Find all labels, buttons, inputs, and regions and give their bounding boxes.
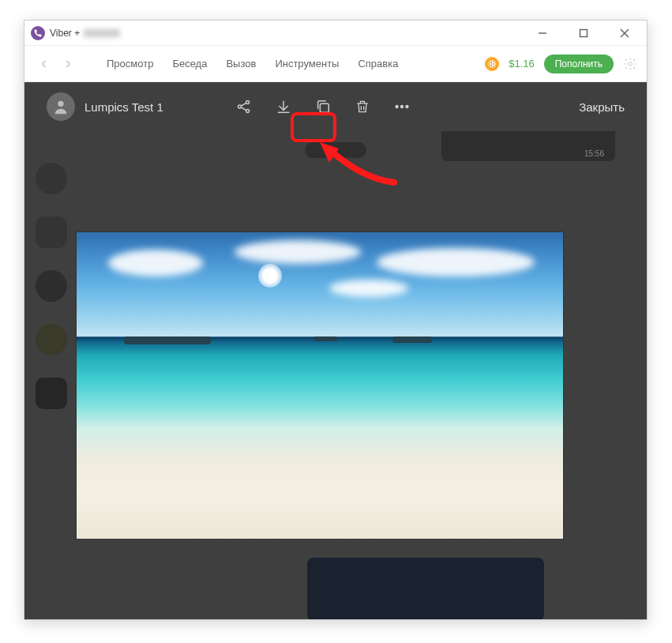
nav-back-button[interactable] xyxy=(34,54,54,74)
date-pill-dimmed xyxy=(305,142,366,158)
nav-forward-button[interactable] xyxy=(58,54,78,74)
contact-name: Lumpics Test 1 xyxy=(84,100,163,114)
more-icon[interactable] xyxy=(392,97,411,116)
credit-icon xyxy=(485,57,499,71)
trash-icon[interactable] xyxy=(353,97,372,116)
app-window: Viber + Просмотр Беседа Вызов Инструмент… xyxy=(24,20,648,620)
sidebar-item-dimmed xyxy=(36,216,67,248)
download-icon[interactable] xyxy=(274,97,293,116)
message-thumb-dimmed: 15:56 xyxy=(441,131,615,161)
close-window-button[interactable] xyxy=(609,24,640,43)
viber-icon xyxy=(31,26,45,40)
svg-point-17 xyxy=(400,106,403,108)
maximize-button[interactable] xyxy=(568,24,599,43)
svg-point-16 xyxy=(396,106,398,108)
avatar[interactable] xyxy=(47,92,75,121)
window-title: Viber + xyxy=(50,28,120,39)
sidebar-avatar-dimmed xyxy=(36,163,67,194)
menu-help[interactable]: Справка xyxy=(358,58,398,70)
sidebar-avatar-dimmed xyxy=(36,270,67,302)
svg-rect-13 xyxy=(320,103,328,112)
close-viewer-button[interactable]: Закрыть xyxy=(579,100,625,114)
svg-line-9 xyxy=(241,103,246,106)
annotation-highlight xyxy=(291,112,336,142)
message-time: 15:56 xyxy=(584,149,604,158)
svg-point-18 xyxy=(406,106,408,108)
svg-point-5 xyxy=(58,101,63,107)
minimize-button[interactable] xyxy=(527,24,558,43)
credit-amount: $1.16 xyxy=(509,58,535,70)
window-controls xyxy=(527,24,640,43)
svg-line-10 xyxy=(241,107,246,111)
opened-image[interactable] xyxy=(77,232,563,539)
svg-point-4 xyxy=(629,62,633,66)
svg-point-8 xyxy=(246,109,249,112)
menu-chat[interactable]: Беседа xyxy=(172,58,207,70)
titlebar: Viber + xyxy=(24,21,647,46)
topup-button[interactable]: Пополнить xyxy=(544,55,614,73)
menu-view[interactable]: Просмотр xyxy=(107,58,153,70)
menu-call[interactable]: Вызов xyxy=(226,58,256,70)
sidebar-item-dimmed xyxy=(36,378,67,409)
message-thumb-dimmed xyxy=(307,558,544,619)
settings-icon[interactable] xyxy=(623,57,637,71)
svg-point-7 xyxy=(246,100,249,103)
menu-tools[interactable]: Инструменты xyxy=(275,58,339,70)
image-viewer-overlay: Lumpics Test 1 Закрыть xyxy=(24,82,647,619)
sidebar-avatar-dimmed xyxy=(36,324,67,355)
svg-rect-1 xyxy=(580,29,588,36)
share-icon[interactable] xyxy=(235,97,253,116)
menubar: Просмотр Беседа Вызов Инструменты Справк… xyxy=(24,46,647,82)
svg-point-6 xyxy=(238,105,241,108)
